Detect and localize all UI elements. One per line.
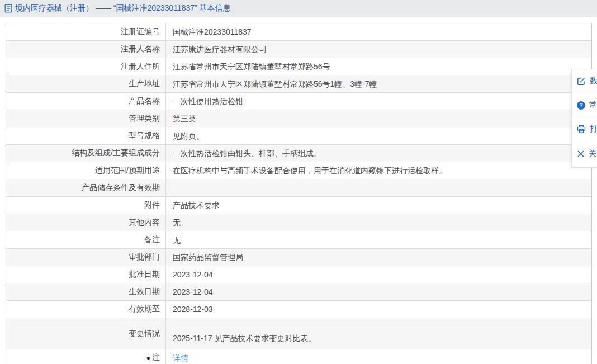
row-value: 江苏康进医疗器材有限公司 (166, 41, 591, 58)
row-label: 附件 (6, 197, 166, 214)
row-value: 产品技术要求 (166, 197, 591, 214)
detail-link[interactable]: 详情 (173, 352, 188, 363)
panel-item-print[interactable]: 打印 (572, 117, 597, 141)
row-label: 注册证编号 (6, 23, 166, 40)
registration-info-table: 注册证编号 国械注准20233011837 注册人名称 江苏康进医疗器材有限公司… (6, 23, 592, 364)
table-row: ●注 详情 (6, 349, 591, 364)
table-row: 产品名称 一次性使用热活检钳 (6, 93, 591, 110)
table-row: 注册人住所 江苏省常州市天宁区郑陆镇董墅村常郑路56号 (6, 58, 591, 75)
row-label: 结构及组成/主要组成成分 (6, 145, 166, 162)
panel-item-label: 数据 (590, 76, 597, 86)
row-value: 2023-12-04 (166, 266, 591, 283)
table-row: 附件 产品技术要求 (6, 197, 591, 214)
row-value: 2025-11-17 见产品技术要求变更对比表。 (166, 318, 591, 349)
document-icon (4, 4, 12, 13)
row-value: 无 (166, 214, 591, 231)
row-label: 有效期至 (6, 301, 166, 318)
row-label: 产品储存条件及有效期 (6, 179, 166, 196)
row-value: 在医疗机构中与高频手术设备配合使用，用于在消化道内窥镜下进行活检取样。 (166, 162, 591, 179)
row-label: 备注 (6, 231, 166, 248)
row-label: 审批部门 (6, 249, 166, 266)
row-value: 国械注准20233011837 (166, 23, 591, 40)
row-value: 2023-12-04 (166, 283, 591, 300)
row-value: 江苏省常州市天宁区郑陆镇董墅村常郑路56号1幢、3幢-7幢 (166, 75, 591, 92)
row-value: 国家药品监督管理局 (166, 249, 591, 266)
table-row: 结构及组成/主要组成成分 一次性热活检钳由钳头、杆部、手柄组成。 (6, 145, 591, 162)
title-bar: 境内医疗器械（注册） —— “国械注准20233011837” 基本信息 (0, 0, 597, 17)
printer-icon (577, 125, 586, 134)
row-value (166, 179, 591, 196)
row-label: 批准日期 (6, 266, 166, 283)
panel-item-data-feedback[interactable]: 数据 (572, 69, 597, 93)
row-value: 详情 (166, 349, 591, 364)
row-value: 见附页。 (166, 127, 591, 144)
table-row: 有效期至 2028-12-03 (6, 301, 591, 318)
table-row: 型号规格 见附页。 (6, 127, 591, 145)
row-label: 适用范围/预期用途 (6, 162, 166, 179)
question-icon: ? (577, 101, 585, 110)
row-value: 一次性热活检钳由钳头、杆部、手柄组成。 (166, 145, 591, 162)
table-row: 管理类别 第三类 (6, 110, 591, 127)
close-icon (577, 150, 585, 158)
row-label: 生效日期 (6, 283, 166, 300)
row-label: 生产地址 (6, 75, 166, 92)
note-bulb-icon: ● (146, 354, 150, 361)
table-row: 产品储存条件及有效期 (6, 179, 591, 197)
panel-item-close[interactable]: 关闭 (572, 141, 597, 166)
row-label: 其他内容 (6, 214, 166, 231)
panel-item-label: 打印 (590, 124, 597, 134)
row-value: 一次性使用热活检钳 (166, 93, 591, 110)
row-value: 第三类 (166, 110, 591, 127)
row-label: ●注 (6, 349, 166, 364)
row-value: 2028-12-03 (166, 301, 591, 318)
table-row: 审批部门 国家药品监督管理局 (6, 249, 591, 266)
table-row: 生产地址 江苏省常州市天宁区郑陆镇董墅村常郑路56号1幢、3幢-7幢 (6, 75, 591, 93)
row-value: 无 (166, 231, 591, 248)
table-row: 变更情况 2025-11-17 见产品技术要求变更对比表。 (6, 318, 591, 349)
panel-item-label: 关闭 (589, 149, 597, 159)
row-label: 注册人名称 (6, 41, 166, 58)
floating-action-panel: 数据 ? 常见 打印 关闭 (571, 69, 597, 168)
row-value: 江苏省常州市天宁区郑陆镇董墅村常郑路56号 (166, 58, 591, 75)
table-row: 注册证编号 国械注准20233011837 (6, 23, 591, 41)
table-row: 其他内容 无 (6, 214, 591, 231)
panel-item-label: 常见 (589, 100, 597, 110)
page-title: 境内医疗器械（注册） —— “国械注准20233011837” 基本信息 (15, 3, 231, 13)
row-label: 注册人住所 (6, 58, 166, 75)
row-label: 变更情况 (6, 318, 166, 349)
row-label: 型号规格 (6, 127, 166, 144)
edit-icon (577, 77, 586, 86)
table-row: 批准日期 2023-12-04 (6, 266, 591, 283)
row-label: 管理类别 (6, 110, 166, 127)
table-row: 生效日期 2023-12-04 (6, 283, 591, 301)
table-row: 备注 无 (6, 231, 591, 249)
panel-item-faq[interactable]: ? 常见 (572, 93, 597, 117)
table-row: 适用范围/预期用途 在医疗机构中与高频手术设备配合使用，用于在消化道内窥镜下进行… (6, 162, 591, 179)
table-row: 注册人名称 江苏康进医疗器材有限公司 (6, 41, 591, 58)
row-label: 产品名称 (6, 93, 166, 110)
